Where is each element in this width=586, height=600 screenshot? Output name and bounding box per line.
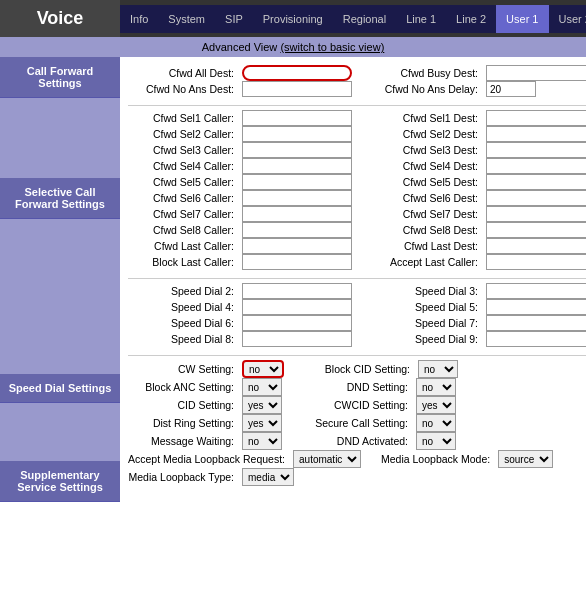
message-waiting-label: Message Waiting: xyxy=(128,435,238,447)
sidebar: Call Forward Settings Selective Call For… xyxy=(0,57,120,502)
message-waiting-select[interactable]: no yes xyxy=(242,432,282,450)
supp-row-cw-blockcid: CW Setting: no yes Block CID Setting: no… xyxy=(128,360,586,378)
speed-dial-9-input[interactable] xyxy=(486,331,586,347)
cfwd-last-dest-input[interactable] xyxy=(486,238,586,254)
sel-cfwd-dest-input-3[interactable] xyxy=(486,158,586,174)
cfwd-no-ans-dest-label: Cfwd No Ans Dest: xyxy=(128,83,238,95)
cfwd-busy-dest-input[interactable] xyxy=(486,65,586,81)
sel-cfwd-caller-input-0[interactable] xyxy=(242,110,352,126)
speed-dial-3-label: Speed Dial 3: xyxy=(372,285,482,297)
cw-setting-select[interactable]: no yes xyxy=(242,360,284,378)
supp-row-cid-cwcid: CID Setting: yes no CWCID Setting: yes n… xyxy=(128,396,586,414)
tab-info[interactable]: Info xyxy=(120,5,158,33)
sel-cfwd-dest-input-0[interactable] xyxy=(486,110,586,126)
sel-cfwd-caller-input-2[interactable] xyxy=(242,142,352,158)
sel-cfwd-caller-input-4[interactable] xyxy=(242,174,352,190)
dist-ring-select[interactable]: yes no xyxy=(242,414,282,432)
speed-dial-row-3: Speed Dial 8: Speed Dial 9: xyxy=(128,331,586,347)
sidebar-item-selective-call-forward[interactable]: Selective Call Forward Settings xyxy=(0,178,120,219)
tab-line2[interactable]: Line 2 xyxy=(446,5,496,33)
sel-cfwd-dest-input-6[interactable] xyxy=(486,206,586,222)
sel-cfwd-caller-input-6[interactable] xyxy=(242,206,352,222)
speed-dial-6-label: Speed Dial 6: xyxy=(128,317,238,329)
block-anc-label: Block ANC Setting: xyxy=(128,381,238,393)
speed-dial-2-input[interactable] xyxy=(242,283,352,299)
sel-cfwd-caller-input-1[interactable] xyxy=(242,126,352,142)
cid-setting-select[interactable]: yes no xyxy=(242,396,282,414)
cid-setting-label: CID Setting: xyxy=(128,399,238,411)
block-cid-select[interactable]: no yes xyxy=(418,360,458,378)
divider-2 xyxy=(128,278,586,279)
speed-dial-8-input[interactable] xyxy=(242,331,352,347)
dnd-setting-label: DND Setting: xyxy=(302,381,412,393)
speed-dial-5-input[interactable] xyxy=(486,299,586,315)
speed-dial-3-input[interactable] xyxy=(486,283,586,299)
sel-cfwd-caller-input-3[interactable] xyxy=(242,158,352,174)
tab-line1[interactable]: Line 1 xyxy=(396,5,446,33)
sel-cfwd-caller-label-4: Cfwd Sel5 Caller: xyxy=(128,176,238,188)
switch-basic-view-link[interactable]: (switch to basic view) xyxy=(280,41,384,53)
main-content: Call Forward Settings Selective Call For… xyxy=(0,57,586,502)
block-last-caller-input[interactable] xyxy=(242,254,352,270)
sel-cfwd-dest-input-7[interactable] xyxy=(486,222,586,238)
cfwd-last-caller-label: Cfwd Last Caller: xyxy=(128,240,238,252)
supp-row-distring-securecall: Dist Ring Setting: yes no Secure Call Se… xyxy=(128,414,586,432)
tab-system[interactable]: System xyxy=(158,5,215,33)
sel-cfwd-dest-label-6: Cfwd Sel7 Dest: xyxy=(372,208,482,220)
speed-dial-row-0: Speed Dial 2: Speed Dial 3: xyxy=(128,283,586,299)
sel-cfwd-row-4: Cfwd Sel5 Caller: Cfwd Sel5 Dest: xyxy=(128,174,586,190)
speed-dial-7-label: Speed Dial 7: xyxy=(372,317,482,329)
cwcid-setting-label: CWCID Setting: xyxy=(302,399,412,411)
sidebar-item-speed-dial[interactable]: Speed Dial Settings xyxy=(0,374,120,403)
divider-1 xyxy=(128,105,586,106)
cfwd-last-caller-input[interactable] xyxy=(242,238,352,254)
sel-cfwd-caller-input-5[interactable] xyxy=(242,190,352,206)
tab-regional[interactable]: Regional xyxy=(333,5,396,33)
nav-tabs: Info System SIP Provisioning Regional Li… xyxy=(120,5,586,33)
sel-cfwd-caller-label-5: Cfwd Sel6 Caller: xyxy=(128,192,238,204)
dnd-setting-select[interactable]: no yes xyxy=(416,378,456,396)
sel-cfwd-row-7: Cfwd Sel8 Caller: Cfwd Sel8 Dest: xyxy=(128,222,586,238)
sel-cfwd-row-2: Cfwd Sel3 Caller: Cfwd Sel3 Dest: xyxy=(128,142,586,158)
cfwd-all-dest-input[interactable] xyxy=(242,65,352,81)
cfwd-busy-dest-label: Cfwd Busy Dest: xyxy=(372,67,482,79)
sel-cfwd-dest-label-0: Cfwd Sel1 Dest: xyxy=(372,112,482,124)
block-cid-setting-label: Block CID Setting: xyxy=(304,363,414,375)
media-loopback-type-label: Media Loopback Type: xyxy=(128,471,238,483)
sel-cfwd-dest-input-4[interactable] xyxy=(486,174,586,190)
speed-dial-7-input[interactable] xyxy=(486,315,586,331)
supp-row-blockanc-dnd: Block ANC Setting: no yes DND Setting: n… xyxy=(128,378,586,396)
cwcid-setting-select[interactable]: yes no xyxy=(416,396,456,414)
sidebar-item-call-forward[interactable]: Call Forward Settings xyxy=(0,57,120,98)
dnd-activated-label: DND Activated: xyxy=(302,435,412,447)
accept-last-caller-input[interactable] xyxy=(486,254,586,270)
sel-cfwd-caller-input-7[interactable] xyxy=(242,222,352,238)
cfwd-no-ans-dest-input[interactable] xyxy=(242,81,352,97)
media-loopback-mode-select[interactable]: source peer xyxy=(498,450,553,468)
dist-ring-label: Dist Ring Setting: xyxy=(128,417,238,429)
sel-cfwd-dest-input-1[interactable] xyxy=(486,126,586,142)
sidebar-item-supplementary[interactable]: Supplementary Service Settings xyxy=(0,461,120,502)
cfwd-no-ans-delay-input[interactable] xyxy=(486,81,536,97)
sel-cfwd-dest-input-2[interactable] xyxy=(486,142,586,158)
tab-user2[interactable]: User 2 xyxy=(549,5,587,33)
app-title: Voice xyxy=(0,0,120,37)
accept-media-label: Accept Media Loopback Request: xyxy=(128,453,289,465)
speed-dial-4-input[interactable] xyxy=(242,299,352,315)
speed-dial-6-input[interactable] xyxy=(242,315,352,331)
accept-media-select[interactable]: automatic manual xyxy=(293,450,361,468)
supp-row-loopbacktype: Media Loopback Type: media rtp xyxy=(128,468,586,486)
tab-provisioning[interactable]: Provisioning xyxy=(253,5,333,33)
block-anc-select[interactable]: no yes xyxy=(242,378,282,396)
tab-sip[interactable]: SIP xyxy=(215,5,253,33)
sel-cfwd-dest-input-5[interactable] xyxy=(486,190,586,206)
call-forward-section: Cfwd All Dest: Cfwd Busy Dest: Cfwd No A… xyxy=(128,65,586,97)
tab-user1[interactable]: User 1 xyxy=(496,5,548,33)
secure-call-select[interactable]: no yes xyxy=(416,414,456,432)
sel-cfwd-caller-label-1: Cfwd Sel2 Caller: xyxy=(128,128,238,140)
dnd-activated-select[interactable]: no yes xyxy=(416,432,456,450)
speed-dial-8-label: Speed Dial 8: xyxy=(128,333,238,345)
speed-dial-2-label: Speed Dial 2: xyxy=(128,285,238,297)
advanced-view-label: Advanced View xyxy=(202,41,278,53)
media-loopback-type-select[interactable]: media rtp xyxy=(242,468,294,486)
